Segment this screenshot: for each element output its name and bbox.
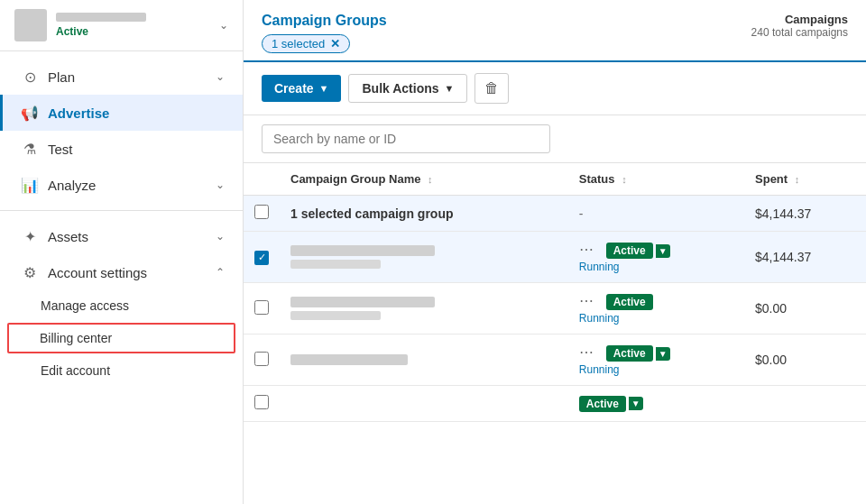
- row-status-cell: Active ▼: [568, 386, 744, 422]
- header-left: Campaign Groups 1 selected ✕: [262, 13, 387, 60]
- sidebar-item-label: Assets: [48, 229, 88, 244]
- page-title: Campaign Groups: [262, 13, 387, 29]
- nav-divider: [0, 210, 243, 211]
- three-dots-menu[interactable]: ⋯: [579, 242, 595, 257]
- row-name-cell: [280, 386, 568, 422]
- sort-spent-icon: ↕: [795, 174, 800, 185]
- status-badge: Active: [606, 294, 653, 310]
- name-placeholder-sm: [290, 311, 381, 320]
- row-status-cell: ⋯ Active Running: [568, 283, 744, 334]
- chevron-down-icon: ⌄: [216, 179, 225, 191]
- row-status-cell: -: [568, 196, 744, 232]
- sidebar-subitem-edit-account[interactable]: Edit account: [0, 355, 243, 386]
- sidebar-item-assets[interactable]: ✦ Assets ⌄: [0, 218, 243, 254]
- row-spent-cell: $0.00: [744, 334, 866, 386]
- sidebar: Active ⌄ ⊙ Plan ⌄ 📢 Advertise ⚗ Test: [0, 0, 244, 504]
- table-row: Active ▼: [244, 386, 866, 422]
- billing-center-label: Billing center: [40, 331, 112, 345]
- three-dots-menu[interactable]: ⋯: [579, 293, 595, 308]
- settings-icon: ⚙: [21, 263, 39, 281]
- page-header: Campaign Groups 1 selected ✕ Campaigns 2…: [244, 0, 866, 62]
- test-icon: ⚗: [21, 140, 39, 158]
- selected-count: 1 selected: [272, 37, 325, 50]
- table-row: ✓ ⋯ Active ▼ Running: [244, 232, 866, 283]
- selected-badge: 1 selected ✕: [262, 34, 350, 53]
- status-chevron-icon[interactable]: ▼: [629, 397, 643, 410]
- th-name[interactable]: Campaign Group Name ↕: [280, 163, 568, 196]
- status-badge: Active: [606, 345, 653, 362]
- main-content: Campaign Groups 1 selected ✕ Campaigns 2…: [244, 0, 866, 504]
- checkbox-cell: [244, 283, 280, 334]
- name-placeholder: [290, 354, 408, 365]
- table-container: Campaign Group Name ↕ Status ↕ Spent ↕: [244, 163, 866, 504]
- clear-selection-button[interactable]: ✕: [330, 37, 340, 50]
- campaigns-count: 240 total campaigns: [751, 26, 848, 39]
- search-input[interactable]: [262, 124, 550, 153]
- assets-icon: ✦: [21, 227, 39, 245]
- create-button[interactable]: Create ▼: [262, 75, 341, 102]
- manage-access-label: Manage access: [41, 298, 129, 313]
- sidebar-item-account-settings[interactable]: ⚙ Account settings ⌃: [0, 254, 243, 290]
- checkbox-cell: ✓: [244, 232, 280, 283]
- bulk-actions-button[interactable]: Bulk Actions ▼: [348, 74, 467, 103]
- row-checkbox[interactable]: [254, 300, 269, 315]
- row-spent-cell: $4,144.37: [744, 196, 866, 232]
- table-body: 1 selected campaign group - $4,144.37 ✓: [244, 196, 866, 422]
- row-checkbox[interactable]: [254, 352, 269, 366]
- th-spent[interactable]: Spent ↕: [744, 163, 866, 196]
- row-checkbox[interactable]: [254, 205, 269, 219]
- bulk-actions-label: Bulk Actions: [362, 81, 438, 96]
- th-status[interactable]: Status ↕: [568, 163, 744, 196]
- checkbox-cell: [244, 196, 280, 232]
- edit-account-label: Edit account: [41, 363, 110, 378]
- chevron-down-icon: ⌄: [216, 70, 225, 83]
- chevron-down-icon: ⌄: [216, 230, 225, 243]
- account-name-bar: [56, 13, 146, 22]
- name-placeholder-sm: [290, 260, 381, 269]
- row-spent-cell: $0.00: [744, 283, 866, 334]
- avatar: [14, 9, 47, 41]
- advertise-icon: 📢: [21, 104, 39, 122]
- sidebar-item-test[interactable]: ⚗ Test: [0, 131, 243, 167]
- sidebar-item-label: Analyze: [48, 178, 96, 193]
- checkbox-cell: [244, 334, 280, 386]
- row-name-cell: [280, 334, 568, 386]
- sidebar-subitem-manage-access[interactable]: Manage access: [0, 290, 243, 321]
- sort-name-icon: ↕: [428, 174, 433, 185]
- sidebar-item-label: Test: [48, 142, 73, 157]
- status-chevron-icon[interactable]: ▼: [656, 347, 670, 361]
- row-name-cell: [280, 283, 568, 334]
- sidebar-subitem-billing-center[interactable]: Billing center: [7, 323, 235, 353]
- sidebar-nav: ⊙ Plan ⌄ 📢 Advertise ⚗ Test 📊 Analyze ⌄: [0, 51, 243, 393]
- account-status: Active: [56, 25, 146, 38]
- status-badge: Active: [606, 243, 653, 259]
- row-checkbox[interactable]: [254, 395, 269, 409]
- toolbar: Create ▼ Bulk Actions ▼ 🗑: [244, 62, 866, 115]
- create-label: Create: [274, 81, 314, 96]
- chevron-up-icon: ⌃: [216, 266, 225, 279]
- row-status-cell: ⋯ Active ▼ Running: [568, 232, 744, 283]
- sidebar-toggle-icon[interactable]: ⌄: [219, 19, 228, 32]
- plan-icon: ⊙: [21, 68, 39, 86]
- search-bar: [244, 115, 866, 163]
- name-placeholder: [290, 297, 435, 307]
- name-placeholder: [290, 245, 435, 256]
- th-checkbox: [244, 163, 280, 196]
- sidebar-item-advertise[interactable]: 📢 Advertise: [0, 95, 243, 131]
- sub-status-label: Running: [579, 261, 733, 273]
- row-spent-cell: [744, 386, 866, 422]
- status-chevron-icon[interactable]: ▼: [656, 244, 670, 258]
- table-header: Campaign Group Name ↕ Status ↕ Spent ↕: [244, 163, 866, 196]
- sidebar-item-plan[interactable]: ⊙ Plan ⌄: [0, 59, 243, 95]
- summary-row-name: 1 selected campaign group: [290, 206, 454, 221]
- row-status-cell: ⋯ Active ▼ Running: [568, 334, 744, 386]
- sidebar-item-analyze[interactable]: 📊 Analyze ⌄: [0, 167, 243, 203]
- analyze-icon: 📊: [21, 176, 39, 194]
- three-dots-menu[interactable]: ⋯: [579, 344, 595, 360]
- delete-button[interactable]: 🗑: [474, 73, 509, 104]
- sub-status-label: Running: [579, 312, 733, 325]
- row-name-cell: [280, 232, 568, 283]
- row-checkbox-checked[interactable]: ✓: [254, 251, 269, 265]
- campaign-groups-table: Campaign Group Name ↕ Status ↕ Spent ↕: [244, 163, 866, 422]
- sidebar-header: Active ⌄: [0, 0, 243, 51]
